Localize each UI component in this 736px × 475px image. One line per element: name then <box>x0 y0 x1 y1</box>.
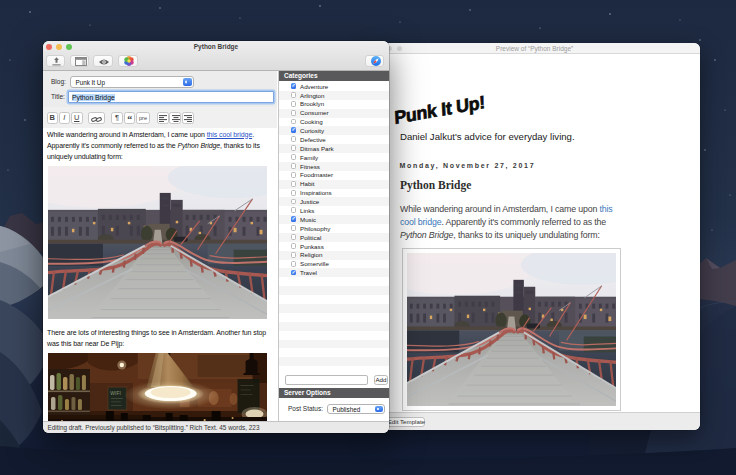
svg-text:WIFI: WIFI <box>110 390 121 396</box>
